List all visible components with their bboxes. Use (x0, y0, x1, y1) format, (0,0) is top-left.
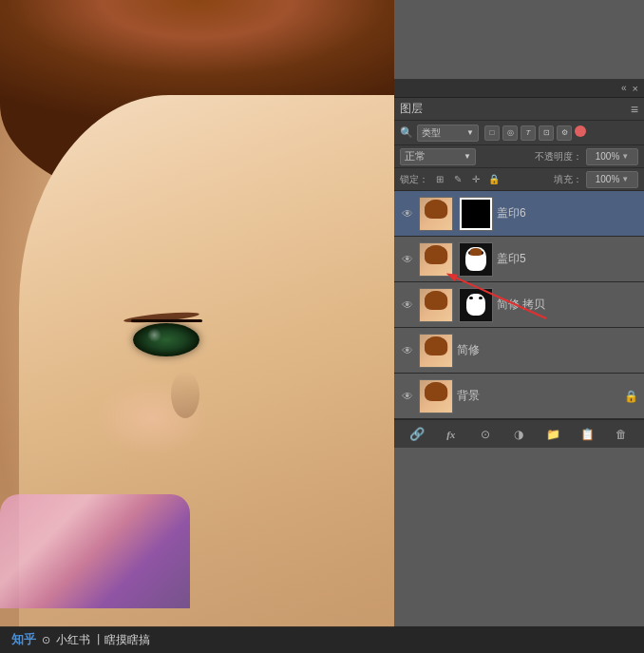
adjustment-icon[interactable]: ◑ (509, 425, 528, 444)
opacity-label: 不透明度： (535, 150, 582, 163)
watermark-icon: ⊙ (42, 634, 50, 646)
filter-icons: □ ◎ T ⊡ ⚙ (484, 125, 586, 141)
layer-item[interactable]: 👁 简修 (394, 328, 644, 374)
lock-move-icon[interactable]: ✛ (468, 172, 483, 187)
layer-mask-thumbnail (459, 197, 493, 231)
panel-menu-icon[interactable]: ≡ (631, 102, 638, 117)
photo-canvas (0, 0, 394, 627)
layer-thumbnail (419, 379, 453, 413)
lock-pixels-icon[interactable]: ⊞ (432, 172, 447, 187)
layer-eye-toggle[interactable]: 👁 (400, 343, 415, 358)
lock-row: 锁定： ⊞ ✎ ✛ 🔒 填充： 100% ▼ (394, 168, 644, 191)
layer-mask-thumbnail (459, 288, 493, 322)
layer-thumbnail (419, 242, 453, 277)
blend-dropdown-arrow: ▼ (464, 152, 471, 161)
layers-list: 👁 盖印6 👁 (394, 191, 644, 419)
blend-mode-dropdown[interactable]: 正常 ▼ (400, 148, 476, 165)
close-icon[interactable]: × (633, 83, 638, 94)
fx-icon[interactable]: fx (442, 425, 461, 444)
layer-eye-toggle[interactable]: 👁 (400, 298, 415, 313)
lock-label: 锁定： (400, 173, 428, 186)
layer-eye-toggle[interactable]: 👁 (400, 206, 415, 221)
opacity-controls: 不透明度： 100% ▼ (535, 148, 638, 165)
eye-area (114, 314, 228, 371)
filter-type-dropdown[interactable]: 类型 ▼ (417, 125, 479, 142)
layer-bottom-toolbar: 🔗 fx ⊙ ◑ 📁 📋 🗑 (394, 419, 644, 448)
zhihu-logo: 知乎 (11, 631, 36, 648)
layer-thumbnail (419, 288, 453, 322)
layer-item[interactable]: 👁 盖印6 (394, 191, 644, 237)
fill-label: 填充： (554, 173, 582, 186)
opacity-field[interactable]: 100% ▼ (586, 148, 638, 165)
panel-header: 图层 ≡ (394, 98, 644, 121)
flowers (0, 494, 190, 608)
lock-all-icon[interactable]: 🔒 (486, 172, 502, 187)
layer-name: 简修 拷贝 (497, 297, 638, 313)
delete-layer-icon[interactable]: 🗑 (612, 425, 631, 444)
filter-icon-adjustment[interactable]: ◎ (502, 125, 518, 141)
layer-mask-thumbnail (459, 242, 493, 277)
add-mask-icon[interactable]: ⊙ (476, 425, 495, 444)
dropdown-arrow: ▼ (466, 128, 474, 137)
filter-icon-color[interactable] (575, 125, 586, 137)
eye (133, 323, 199, 356)
nose-shadow (171, 371, 199, 418)
layer-name: 盖印5 (497, 251, 638, 267)
new-group-icon[interactable]: 📁 (543, 425, 562, 444)
collapse-icon[interactable]: « (621, 83, 627, 93)
layer-name: 简修 (457, 342, 638, 358)
filter-icon-pixel[interactable]: □ (484, 125, 500, 141)
filter-search-icon: 🔍 (400, 126, 413, 139)
filter-icon-text[interactable]: T (521, 125, 536, 141)
layer-item[interactable]: 👁 背景 🔒 (394, 374, 644, 419)
layer-item[interactable]: 👁 盖印5 (394, 237, 644, 282)
filter-icon-shape[interactable]: ⊡ (539, 125, 554, 141)
layer-thumbnail (419, 334, 453, 368)
watermark-bar: 知乎 ⊙ 小红书 丨瞎摸瞎搞 (0, 626, 644, 653)
layer-item[interactable]: 👁 简修 拷贝 (394, 282, 644, 328)
fill-field[interactable]: 100% ▼ (586, 171, 638, 188)
layer-eye-toggle[interactable]: 👁 (400, 389, 415, 404)
layer-thumbnail (419, 197, 453, 231)
layer-eye-toggle[interactable]: 👁 (400, 252, 415, 267)
eyelashes (131, 319, 202, 322)
blend-row: 正常 ▼ 不透明度： 100% ▼ (394, 145, 644, 168)
new-layer-icon[interactable]: 📋 (578, 425, 597, 444)
watermark-text: 小红书 丨瞎摸瞎搞 (56, 632, 150, 648)
lock-paint-icon[interactable]: ✎ (450, 172, 465, 187)
layer-name: 盖印6 (497, 205, 638, 221)
panel-top-controls: « × (394, 79, 644, 98)
layer-lock-icon: 🔒 (624, 390, 638, 403)
filter-row: 🔍 类型 ▼ □ ◎ T ⊡ ⚙ (394, 121, 644, 145)
lock-icons: ⊞ ✎ ✛ 🔒 (432, 172, 502, 187)
filter-icon-smart[interactable]: ⚙ (557, 125, 572, 141)
layers-panel: « × 图层 ≡ 🔍 类型 ▼ □ ◎ T ⊡ ⚙ 正常 ▼ 不透明度： (394, 79, 644, 448)
fill-controls: 填充： 100% ▼ (554, 171, 638, 188)
link-layers-icon[interactable]: 🔗 (407, 425, 426, 444)
panel-title: 图层 (400, 101, 423, 117)
layer-name: 背景 (457, 388, 620, 404)
